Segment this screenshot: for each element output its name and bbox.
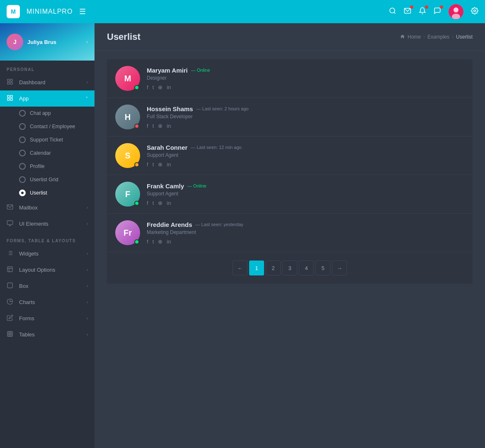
user-avatar-topnav[interactable] <box>449 4 463 19</box>
content-body: M Maryam Amiri — Online Designer f t ⊕ <box>95 51 485 292</box>
settings-icon[interactable] <box>471 7 478 17</box>
user-status-away: — Last seen: 2 hours ago <box>196 106 249 111</box>
mailbox-chevron: › <box>87 205 88 210</box>
breadcrumb: Home › Examples › Userlist <box>400 34 473 40</box>
notification-badge <box>425 5 428 9</box>
sidebar-item-ui-elements[interactable]: UI Elements › <box>0 216 95 232</box>
pagination-next[interactable]: → <box>332 261 347 275</box>
svg-point-0 <box>390 8 395 13</box>
contact-employee-label: Contact / Employee <box>30 124 75 129</box>
pagination-page-5[interactable]: 5 <box>315 261 330 275</box>
pagination-page-4[interactable]: 4 <box>299 261 314 275</box>
sidebar-item-mailbox-label: Mailbox <box>19 205 87 211</box>
widgets-icon <box>7 250 15 258</box>
sidebar-item-app-label: App <box>19 95 86 102</box>
facebook-link[interactable]: f <box>147 239 148 245</box>
twitter-link[interactable]: t <box>153 200 154 206</box>
sidebar-item-calendar[interactable]: Calendar <box>0 146 95 160</box>
charts-icon <box>7 298 15 306</box>
status-dot-offline <box>134 124 139 129</box>
github-link[interactable]: ⊕ <box>158 161 162 168</box>
facebook-link[interactable]: f <box>147 123 148 129</box>
sidebar-item-forms[interactable]: Forms › <box>0 310 95 326</box>
userlist-dot <box>19 190 26 196</box>
breadcrumb-examples[interactable]: Examples <box>427 34 449 40</box>
sidebar-item-userlist-grid[interactable]: Userlist Grid <box>0 173 95 186</box>
breadcrumb-home[interactable]: Home <box>407 34 421 40</box>
linkedin-link[interactable]: in <box>167 161 171 168</box>
svg-rect-7 <box>7 79 10 81</box>
support-ticket-label: Support Ticket <box>30 137 63 143</box>
calendar-label: Calendar <box>30 150 51 156</box>
user-name: Hossein Shams — Last seen: 2 hours ago <box>147 105 464 112</box>
linkedin-link[interactable]: in <box>167 239 171 245</box>
chat-badge <box>440 5 443 9</box>
profile-dot <box>19 163 26 170</box>
app-chevron: ˅ <box>86 96 88 101</box>
user-profile[interactable]: J Juliya Brus › <box>0 23 95 61</box>
sidebar-item-box-label: Box <box>19 283 87 289</box>
facebook-link[interactable]: f <box>147 161 148 168</box>
sidebar-item-tables-label: Tables <box>19 331 87 338</box>
twitter-link[interactable]: t <box>153 84 154 90</box>
sidebar-item-chat-app[interactable]: Chat app <box>0 107 95 120</box>
svg-point-6 <box>474 10 476 12</box>
breadcrumb-sep1: › <box>423 34 425 40</box>
avatar: M <box>115 66 140 91</box>
social-links: f t ⊕ in <box>147 239 464 245</box>
linkedin-link[interactable]: in <box>167 123 171 129</box>
sidebar-item-charts[interactable]: Charts › <box>0 294 95 310</box>
twitter-link[interactable]: t <box>153 239 154 245</box>
social-links: f t ⊕ in <box>147 123 464 129</box>
svg-rect-8 <box>10 79 12 81</box>
user-info: Hossein Shams — Last seen: 2 hours ago F… <box>147 105 464 129</box>
page-title: Userlist <box>107 32 141 42</box>
chat-icon[interactable] <box>434 7 441 17</box>
sidebar-item-forms-label: Forms <box>19 315 87 321</box>
sidebar-item-profile[interactable]: Profile <box>0 160 95 173</box>
pagination-prev[interactable]: ← <box>233 261 247 275</box>
pagination-page-3[interactable]: 3 <box>282 261 297 275</box>
chat-app-dot <box>19 110 26 117</box>
svg-rect-16 <box>7 221 12 224</box>
hamburger-menu[interactable]: ☰ <box>79 7 86 16</box>
sidebar-item-layout-options[interactable]: Layout Options › <box>0 262 95 278</box>
mail-icon[interactable] <box>404 7 411 17</box>
sidebar-item-tables[interactable]: Tables › <box>0 326 95 343</box>
sidebar-item-contact-employee[interactable]: Contact / Employee <box>0 120 95 133</box>
facebook-link[interactable]: f <box>147 84 148 90</box>
user-name: Frank Camly — Online <box>147 183 464 190</box>
linkedin-link[interactable]: in <box>167 84 171 90</box>
sidebar-user-name: Juliya Brus <box>27 39 86 45</box>
sidebar-item-userlist[interactable]: Userlist <box>0 186 95 200</box>
search-icon[interactable] <box>389 7 396 17</box>
pagination-page-1[interactable]: 1 <box>249 261 264 275</box>
linkedin-link[interactable]: in <box>167 200 171 206</box>
twitter-link[interactable]: t <box>153 161 154 168</box>
forms-icon <box>7 314 15 322</box>
github-link[interactable]: ⊕ <box>158 123 162 129</box>
avatar: S <box>115 143 140 168</box>
user-status-online: — Online <box>191 68 210 73</box>
github-link[interactable]: ⊕ <box>158 84 162 90</box>
github-link[interactable]: ⊕ <box>158 239 162 245</box>
sidebar-item-dashboard[interactable]: Dashboard › <box>0 74 95 90</box>
sidebar-user-chevron: › <box>86 39 88 45</box>
facebook-link[interactable]: f <box>147 200 148 206</box>
user-role: Support Agent <box>147 152 464 158</box>
sidebar-item-box[interactable]: Box › <box>0 278 95 294</box>
twitter-link[interactable]: t <box>153 123 154 129</box>
notification-icon[interactable] <box>419 7 426 17</box>
chat-app-label: Chat app <box>30 110 51 116</box>
github-link[interactable]: ⊕ <box>158 200 162 206</box>
sidebar-item-mailbox[interactable]: Mailbox › <box>0 200 95 216</box>
sidebar-item-widgets[interactable]: Widgets › <box>0 246 95 262</box>
sidebar-item-support-ticket[interactable]: Support Ticket <box>0 133 95 146</box>
user-role: Designer <box>147 75 464 81</box>
sidebar-item-app[interactable]: App ˅ <box>0 90 95 107</box>
svg-rect-25 <box>7 267 12 272</box>
userlist-grid-dot <box>19 176 26 183</box>
breadcrumb-home-icon <box>400 34 405 40</box>
ui-elements-chevron: › <box>87 222 88 226</box>
pagination-page-2[interactable]: 2 <box>266 261 281 275</box>
